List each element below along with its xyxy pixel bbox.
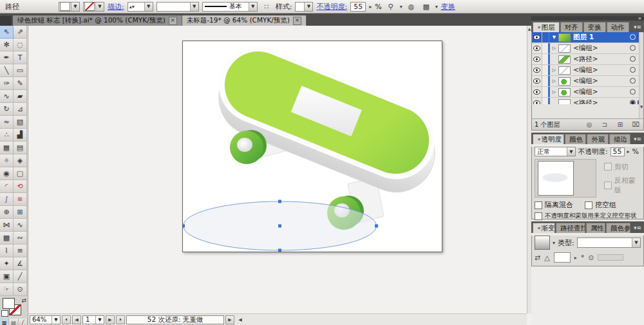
tool-spiral[interactable]: ⟲: [14, 180, 27, 193]
layer-row[interactable]: <路径>: [532, 54, 643, 65]
layer-label[interactable]: <编组>: [573, 44, 628, 53]
opacity-input[interactable]: 55: [350, 2, 366, 12]
define-knockout-checkbox[interactable]: [535, 212, 542, 220]
stroke-gradient-icon[interactable]: ⊙: [588, 254, 594, 262]
blend-mode-dropdown[interactable]: 正常▼: [535, 147, 576, 156]
visibility-toggle[interactable]: [532, 76, 542, 86]
anchor-handle[interactable]: [278, 225, 281, 228]
panel-tab-属性[interactable]: 属性: [586, 223, 605, 233]
stroke-color-dropdown[interactable]: ▼: [83, 2, 104, 12]
tool-live-paint-bucket[interactable]: ◉: [0, 167, 14, 180]
tool-symbol-sprayer[interactable]: ∴: [0, 129, 14, 142]
brush-definition-dropdown[interactable]: 基本▼: [202, 2, 258, 12]
tool-mesh-edit[interactable]: ▩: [0, 232, 14, 245]
stepper-icon[interactable]: ▸: [574, 255, 577, 261]
panel-tab-动作[interactable]: 动作: [607, 22, 629, 32]
tool-scale[interactable]: ⊿: [14, 103, 27, 116]
vertical-scrollbar[interactable]: ▲: [527, 26, 531, 313]
tool-eraser[interactable]: ▰: [14, 90, 27, 103]
align-grid-icon[interactable]: ▩: [421, 1, 432, 12]
default-fill-stroke-icon[interactable]: [1, 310, 8, 317]
expander-icon[interactable]: ▷: [550, 46, 558, 51]
tool-blend[interactable]: ◈: [14, 154, 27, 167]
tool-eyedropper[interactable]: ✧: [0, 154, 14, 167]
layer-label[interactable]: <编组>: [573, 66, 628, 75]
panel-tab-渐变[interactable]: ∘渐变: [533, 223, 555, 233]
tool-pencil[interactable]: ✎: [14, 77, 27, 90]
panel-tab-透明度[interactable]: ∘透明度: [533, 134, 564, 144]
panel-tab-对齐[interactable]: 对齐: [560, 22, 583, 32]
tool-lasso[interactable]: ◌: [14, 39, 27, 51]
panel-tab-图层[interactable]: ∘图层: [533, 22, 560, 32]
first-artboard-icon[interactable]: ⏴: [62, 315, 71, 324]
panel-tab-颜色参[interactable]: 颜色参: [606, 223, 630, 233]
document-tab-1[interactable]: 绿色按钮 标志 [转换].ai* @ 100% (CMYK/预览)×: [13, 15, 182, 26]
tool-rotate[interactable]: ↻: [0, 103, 14, 116]
tool-hand[interactable]: ☞: [0, 283, 14, 296]
tool-crop-area[interactable]: ▣: [0, 270, 14, 283]
fill-color-dropdown[interactable]: ▼: [59, 2, 80, 12]
tool-free-transform[interactable]: ▧: [14, 116, 27, 129]
gradient-swatch[interactable]: [535, 236, 550, 250]
visibility-toggle[interactable]: [532, 32, 542, 42]
layer-row[interactable]: ▷<编组>: [532, 65, 643, 76]
tool-perspective-selection[interactable]: ⊞: [14, 206, 27, 219]
tool-eyedropper-alt[interactable]: ✦: [0, 257, 14, 270]
close-tab-icon[interactable]: ×: [169, 17, 177, 25]
visibility-toggle[interactable]: [532, 43, 542, 53]
layer-label[interactable]: <编组>: [573, 88, 628, 97]
tool-paintbrush[interactable]: ✑: [0, 77, 14, 90]
tool-twirl[interactable]: ∾: [14, 232, 27, 245]
dock-collapse-bar[interactable]: »: [531, 16, 644, 21]
new-layer-icon[interactable]: ⊞: [615, 121, 625, 128]
previous-artboard-icon[interactable]: ◀: [72, 315, 81, 324]
zoom-level-dropdown[interactable]: 64%▼: [30, 315, 61, 324]
tool-live-paint-selection[interactable]: ▢: [14, 167, 27, 180]
expander-icon[interactable]: ▷: [550, 68, 558, 73]
chevron-down-icon[interactable]: ▾: [435, 4, 438, 10]
visibility-toggle[interactable]: [532, 87, 542, 97]
visibility-toggle[interactable]: [532, 54, 542, 64]
layer-row[interactable]: ▷<编组>: [532, 43, 643, 54]
tool-multiline[interactable]: ≡: [14, 245, 27, 257]
tool-type[interactable]: T: [14, 51, 27, 64]
layer-row[interactable]: ▷<编组>: [532, 76, 643, 87]
tool-perspective-grid[interactable]: ⊕: [0, 206, 14, 219]
layer-label[interactable]: <路径>: [573, 55, 628, 64]
make-clipping-mask-icon[interactable]: ◎: [584, 121, 594, 128]
document-tab-2[interactable]: 未标题-19* @ 64% (CMYK/预览)×: [182, 15, 307, 26]
tool-pen[interactable]: ✒: [0, 51, 14, 64]
visibility-toggle[interactable]: [532, 65, 542, 75]
tool-reshape[interactable]: ⋈: [0, 219, 14, 232]
artboard[interactable]: [182, 41, 442, 252]
scroll-left-icon[interactable]: ◀: [236, 315, 245, 324]
stepper-icon[interactable]: ▸: [627, 149, 630, 154]
layer-label[interactable]: <编组>: [573, 77, 628, 86]
last-artboard-icon[interactable]: ⏵: [116, 315, 125, 324]
layer-row[interactable]: ▷<编组>: [532, 87, 643, 98]
isolate-blending-checkbox[interactable]: [535, 201, 542, 209]
width-profile-dropdown[interactable]: ▼: [156, 2, 199, 12]
opacity-link[interactable]: 不透明度:: [316, 2, 347, 12]
panel-tab-颜色[interactable]: 颜色: [565, 134, 586, 144]
stepper-icon[interactable]: ▸: [369, 4, 372, 10]
tool-arc[interactable]: ◜: [0, 180, 14, 193]
tool-column-graph[interactable]: ▟: [14, 129, 27, 142]
reverse-gradient-icon[interactable]: ⇄: [535, 254, 540, 262]
tool-mesh[interactable]: ▦: [0, 142, 14, 154]
color-mode-button[interactable]: ▩: [0, 319, 9, 325]
deck[interactable]: [207, 41, 442, 204]
panel-menu-icon[interactable]: ▾≡: [631, 134, 644, 144]
opacity-value-input[interactable]: 55: [611, 147, 625, 156]
tool-magic-wand[interactable]: ✻: [0, 39, 14, 51]
tool-smooth[interactable]: ∿: [0, 90, 14, 103]
tool-direct-selection[interactable]: ⇗: [14, 26, 27, 39]
delete-layer-icon[interactable]: ⌧: [630, 121, 641, 128]
layers-scrollbar[interactable]: ▼: [639, 32, 643, 118]
expander-icon[interactable]: ▷: [550, 89, 558, 95]
swap-fill-stroke-icon[interactable]: ⇄: [21, 297, 26, 304]
gradient-type-dropdown[interactable]: ▼: [577, 237, 641, 248]
tool-gradient[interactable]: ▤: [14, 142, 27, 154]
tool-selection[interactable]: ⇖: [0, 26, 14, 39]
panel-tab-变换[interactable]: 变换: [583, 22, 606, 32]
